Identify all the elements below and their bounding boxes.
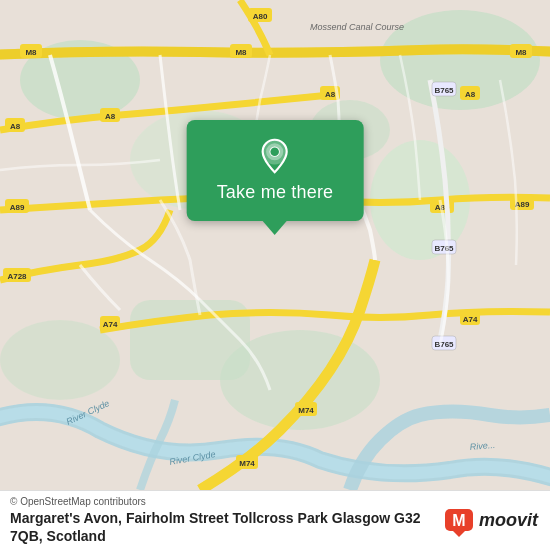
map-svg: M8 M8 M8 A80 A8 A8 A8 A8 A89 A89 A89 A89… [0,0,550,490]
svg-text:A74: A74 [103,320,118,329]
location-pin-icon [257,138,293,174]
svg-text:M74: M74 [298,406,314,415]
svg-text:A8: A8 [465,90,476,99]
svg-text:M8: M8 [235,48,247,57]
svg-text:A89: A89 [10,203,25,212]
popup-container: Take me there [187,120,364,235]
svg-text:A8: A8 [325,90,336,99]
svg-text:A74: A74 [463,315,478,324]
popup-box: Take me there [187,120,364,221]
svg-text:M74: M74 [239,459,255,468]
svg-text:M8: M8 [515,48,527,57]
svg-text:A8: A8 [105,112,116,121]
location-name: Margaret's Avon, Fairholm Street Tollcro… [10,509,443,545]
svg-marker-59 [453,531,465,537]
svg-text:M8: M8 [25,48,37,57]
svg-text:A80: A80 [253,12,268,21]
osm-credit: © OpenStreetMap contributors [10,496,443,507]
popup-tail [263,221,287,235]
moovit-icon: M [443,505,475,537]
footer: © OpenStreetMap contributors Margaret's … [0,490,550,550]
svg-text:Mossend Canal Course: Mossend Canal Course [310,22,404,32]
svg-text:M: M [452,512,465,529]
moovit-logo: M moovit [443,505,538,537]
svg-text:B765: B765 [434,86,454,95]
svg-text:B765: B765 [434,340,454,349]
svg-text:A728: A728 [7,272,27,281]
svg-point-56 [271,147,280,156]
svg-text:B765: B765 [434,244,454,253]
take-me-there-button[interactable]: Take me there [217,182,334,203]
svg-text:A8: A8 [10,122,21,131]
moovit-text: moovit [479,510,538,531]
footer-left: © OpenStreetMap contributors Margaret's … [10,496,443,545]
map-container: M8 M8 M8 A80 A8 A8 A8 A8 A89 A89 A89 A89… [0,0,550,490]
